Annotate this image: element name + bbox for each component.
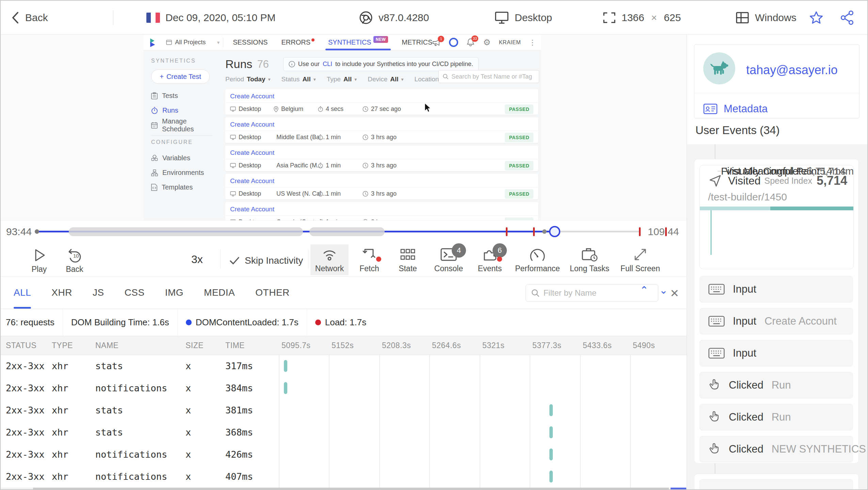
request-row[interactable]: 2xx-3xx xhr stats x 368ms xyxy=(1,421,687,443)
test-search-input[interactable] xyxy=(451,73,535,80)
windows-icon xyxy=(735,11,750,24)
network-tab[interactable]: XHR xyxy=(51,277,72,309)
network-tab[interactable]: OTHER xyxy=(255,277,290,309)
monitor-icon xyxy=(230,107,236,112)
playhead-handle[interactable] xyxy=(549,226,560,237)
request-row[interactable]: 2xx-3xx xhr notifications x 384ms xyxy=(1,377,687,399)
filter-dropdown[interactable]: Period Today ▾ xyxy=(225,76,271,83)
run-card[interactable]: Create Account Desktop Middle East (Ba..… xyxy=(225,117,538,143)
cli-link[interactable]: CLI xyxy=(323,61,332,68)
tab-metrics[interactable]: METRICS xyxy=(402,35,432,50)
skip-inactivity-toggle[interactable]: Skip Inactivity xyxy=(229,255,303,266)
sidebar-item-runs[interactable]: Runs xyxy=(151,103,220,118)
run-title-link[interactable]: Create Account xyxy=(225,174,538,187)
col-time[interactable]: TIME xyxy=(225,336,245,355)
console-panel-button[interactable]: 4 Console xyxy=(429,244,468,275)
event-row[interactable]: Clicked Run xyxy=(700,372,853,398)
filter-dropdown[interactable]: Type All ▾ xyxy=(327,76,357,83)
run-title-link[interactable]: Create Account xyxy=(225,117,538,131)
user-menu[interactable]: KRAIEM xyxy=(499,39,521,46)
settings-gear-icon[interactable]: ⚙ xyxy=(483,38,491,47)
back-10-button[interactable]: 10 Back xyxy=(63,247,86,274)
filter-dropdown[interactable]: Status All ▾ xyxy=(282,76,316,83)
sidebar-section-synthetics: SYNTHETICS xyxy=(151,58,220,64)
network-tab[interactable]: CSS xyxy=(125,277,145,309)
network-panel-button[interactable]: Network xyxy=(310,244,349,275)
jump-prev-icon[interactable]: ⌃ xyxy=(640,284,648,296)
speed-index-label: Speed Index xyxy=(765,176,812,186)
events-panel-button[interactable]: 6 Events xyxy=(472,244,507,275)
event-marker[interactable] xyxy=(639,227,641,236)
playback-speed-button[interactable]: 3x xyxy=(191,253,203,266)
sidebar-item-variables[interactable]: Variables xyxy=(151,151,220,165)
col-type[interactable]: TYPE xyxy=(52,336,73,355)
request-time: 384ms xyxy=(225,377,253,399)
filter-dropdown[interactable]: Device All ▾ xyxy=(368,76,403,83)
run-card[interactable]: Create Account Desktop Belgium xyxy=(225,89,538,115)
event-marker[interactable] xyxy=(533,227,535,236)
run-title-link[interactable]: Create Account xyxy=(225,89,538,103)
run-card[interactable]: Create Account Desktop US West (N. Cal..… xyxy=(225,174,538,199)
more-menu-icon[interactable]: ⋮ xyxy=(529,38,536,47)
share-button[interactable] xyxy=(840,1,854,35)
request-status: 2xx-3xx xyxy=(6,443,45,466)
run-title-link[interactable]: Create Account xyxy=(225,146,538,159)
jump-next-icon[interactable]: ⌄ xyxy=(659,284,668,296)
col-status[interactable]: STATUS xyxy=(6,336,36,355)
fetch-panel-button[interactable]: Fetch xyxy=(353,244,386,275)
event-row[interactable]: Input Create Account xyxy=(700,308,853,334)
col-size[interactable]: SIZE xyxy=(186,336,204,355)
request-row[interactable]: 2xx-3xx xhr stats x 317ms xyxy=(1,355,687,377)
tab-sessions[interactable]: SESSIONS xyxy=(233,35,268,50)
network-tab[interactable]: MEDIA xyxy=(204,277,235,309)
request-row[interactable]: 2xx-3xx xhr notifications x 407ms xyxy=(1,466,687,488)
play-button[interactable]: Play xyxy=(27,247,51,274)
sidebar-item-templates[interactable]: Templates xyxy=(151,180,220,195)
timeline-track[interactable] xyxy=(36,231,640,232)
event-marker[interactable] xyxy=(506,227,508,236)
sidebar-item-environments[interactable]: Environments xyxy=(151,165,220,180)
events-count-badge: 6 xyxy=(493,243,507,258)
event-row-partial[interactable] xyxy=(700,479,853,490)
visited-event-card[interactable]: Visited Speed Index 5,714 /test-builder/… xyxy=(700,165,854,269)
event-row[interactable]: Input xyxy=(700,340,853,366)
scrollbar-thumb[interactable] xyxy=(33,488,669,490)
user-email-link[interactable]: tahay@asayer.io xyxy=(746,63,838,77)
run-card[interactable]: Create Account Desktop Canada (Central) xyxy=(225,202,538,220)
favorite-button[interactable] xyxy=(809,1,824,35)
performance-panel-button[interactable]: Performance xyxy=(511,244,564,275)
network-tab[interactable]: ALL xyxy=(14,277,31,309)
create-test-button[interactable]: + Create Test xyxy=(151,69,210,84)
event-row[interactable]: Clicked NEW SYNTHETICS xyxy=(700,436,853,462)
network-tab[interactable]: JS xyxy=(93,277,104,309)
tab-errors[interactable]: ERRORS xyxy=(281,35,315,50)
event-row[interactable]: Clicked Run xyxy=(700,404,853,430)
announcements-button[interactable]: 1 xyxy=(432,38,441,47)
state-panel-button[interactable]: State xyxy=(391,244,424,275)
run-location: Asia Pacific (M... xyxy=(274,162,318,169)
project-selector[interactable]: All Projects ▾ xyxy=(166,39,220,46)
request-name: notifications xyxy=(95,443,167,466)
request-row[interactable]: 2xx-3xx xhr notifications x 426ms xyxy=(1,443,687,466)
back-button[interactable]: Back xyxy=(11,1,48,35)
fullscreen-button[interactable]: Full Screen xyxy=(615,244,665,275)
sidebar-item-tests[interactable]: Tests xyxy=(151,88,220,103)
run-card[interactable]: Create Account Desktop Asia Pacific (M..… xyxy=(225,146,538,171)
event-row[interactable]: Input xyxy=(700,276,853,303)
request-row[interactable]: 2xx-3xx xhr stats x 381ms xyxy=(1,399,687,421)
network-filter-input[interactable] xyxy=(543,288,653,298)
event-marker[interactable] xyxy=(665,227,667,236)
col-name[interactable]: NAME xyxy=(95,336,118,355)
horizontal-scrollbar[interactable] xyxy=(1,488,687,490)
tab-synthetics[interactable]: SYNTHETICSNEW xyxy=(328,35,388,50)
chrome-icon xyxy=(359,11,373,25)
close-panel-icon[interactable]: ✕ xyxy=(670,287,679,300)
sidebar-item-manage-schedules[interactable]: Manage Schedules xyxy=(151,118,220,132)
network-tab[interactable]: IMG xyxy=(165,277,183,309)
metadata-button[interactable]: Metadata xyxy=(703,99,768,119)
notifications-button[interactable]: 33 xyxy=(466,38,475,47)
event-dot[interactable] xyxy=(542,229,547,234)
scrollbar-accent-segment xyxy=(671,488,686,490)
run-title-link[interactable]: Create Account xyxy=(225,202,538,216)
long-tasks-panel-button[interactable]: Long Tasks xyxy=(566,244,613,275)
